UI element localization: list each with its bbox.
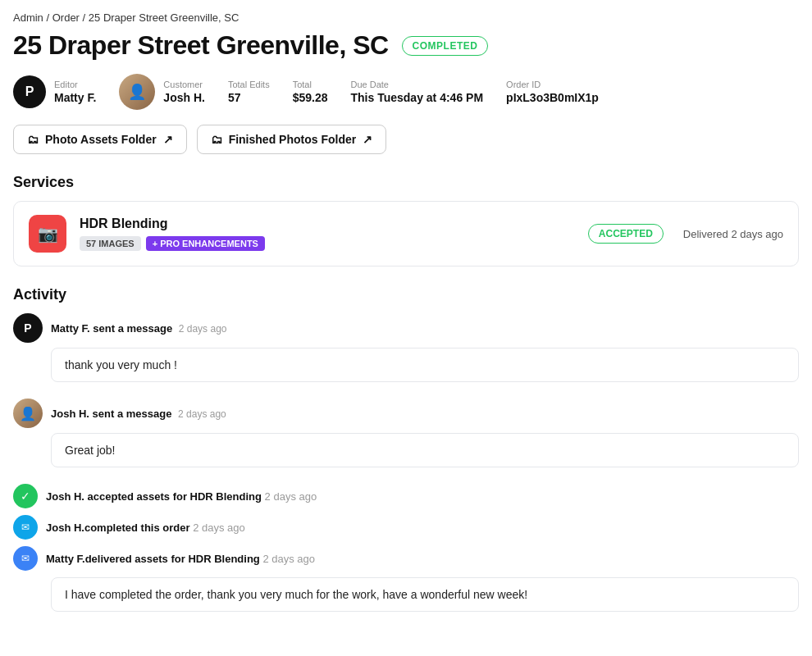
due-date-value: This Tuesday at 4:46 PM xyxy=(351,91,484,104)
matty-avatar: P xyxy=(13,313,43,343)
customer-block: 👤 Customer Josh H. xyxy=(119,74,205,110)
breadcrumb-admin[interactable]: Admin xyxy=(13,11,43,24)
status-badge: COMPLETED xyxy=(402,36,489,56)
folder-icon-2: 🗂 xyxy=(211,133,222,146)
service-status: ACCEPTED Delivered 2 days ago xyxy=(588,224,783,244)
message-box-1: thank you very much ! xyxy=(51,348,799,382)
editor-info: Editor Matty F. xyxy=(54,80,96,104)
total-edits-value: 57 xyxy=(228,91,270,104)
activity-title: Activity xyxy=(13,286,799,303)
meta-row: P Editor Matty F. 👤 Customer Josh H. Tot… xyxy=(13,74,799,110)
event-label-1: Josh H. accepted assets for HDR Blending xyxy=(46,490,262,503)
sender-1: Matty F. xyxy=(51,322,90,335)
camera-icon: 📷 xyxy=(38,224,58,244)
last-message-box: I have completed the order, thank you ve… xyxy=(51,577,799,612)
finished-photos-folder-button[interactable]: 🗂 Finished Photos Folder ↗ xyxy=(197,125,387,154)
folder-icon: 🗂 xyxy=(27,133,39,146)
photo-assets-folder-label: Photo Assets Folder xyxy=(45,133,157,146)
event-label-2: Josh H.completed this order xyxy=(46,522,190,534)
service-card: 📷 HDR Blending 57 IMAGES + PRO ENHANCEME… xyxy=(13,201,799,266)
customer-name: Josh H. xyxy=(163,91,205,104)
delivered-icon: ✉ xyxy=(13,546,38,571)
total-edits-label: Total Edits xyxy=(228,80,270,89)
customer-info: Customer Josh H. xyxy=(163,80,205,104)
total-label: Total xyxy=(293,80,328,89)
order-id-value: pIxL3o3B0mIX1p xyxy=(506,91,599,104)
activity-header-2: 👤 Josh H. sent a message 2 days ago xyxy=(13,399,799,428)
activity-event-1: ✓ Josh H. accepted assets for HDR Blendi… xyxy=(13,484,799,508)
activity-event-2: ✉ Josh H.completed this order 2 days ago xyxy=(13,515,799,540)
editor-name: Matty F. xyxy=(54,91,96,104)
pro-badge: + PRO ENHANCEMENTS xyxy=(146,236,265,251)
activity-section: Activity P Matty F. sent a message 2 day… xyxy=(13,286,799,612)
delivered-text: Delivered 2 days ago xyxy=(683,228,783,240)
service-info: HDR Blending 57 IMAGES + PRO ENHANCEMENT… xyxy=(80,216,575,251)
service-icon-box: 📷 xyxy=(29,215,66,253)
accepted-badge: ACCEPTED xyxy=(588,224,664,244)
event-text-1: Josh H. accepted assets for HDR Blending… xyxy=(46,490,317,503)
images-badge: 57 IMAGES xyxy=(80,236,141,251)
due-date-label: Due Date xyxy=(351,80,484,89)
external-link-icon: ↗ xyxy=(163,133,173,146)
activity-meta-1: Matty F. sent a message 2 days ago xyxy=(51,322,226,335)
editor-label: Editor xyxy=(54,80,96,89)
completed-icon: ✉ xyxy=(13,515,38,540)
event-time-3: 2 days ago xyxy=(262,553,315,565)
activity-item-2: 👤 Josh H. sent a message 2 days ago Grea… xyxy=(13,399,799,476)
time-1: 2 days ago xyxy=(179,323,227,335)
customer-label: Customer xyxy=(163,80,205,89)
action-2: sent a message xyxy=(93,408,172,420)
breadcrumb-current: 25 Draper Street Greenville, SC xyxy=(89,11,239,24)
finished-photos-folder-label: Finished Photos Folder xyxy=(229,133,357,146)
josh-avatar: 👤 xyxy=(13,399,43,428)
service-badges: 57 IMAGES + PRO ENHANCEMENTS xyxy=(80,236,575,251)
external-link-icon-2: ↗ xyxy=(363,133,372,146)
activity-event-3: ✉ Matty F.delivered assets for HDR Blend… xyxy=(13,546,799,571)
page-title: 25 Draper Street Greenville, SC xyxy=(13,30,389,61)
event-text-2: Josh H.completed this order 2 days ago xyxy=(46,522,245,534)
due-date-block: Due Date This Tuesday at 4:46 PM xyxy=(351,80,484,104)
total-block: Total $59.28 xyxy=(293,80,328,104)
editor-block: P Editor Matty F. xyxy=(13,75,96,108)
message-box-2: Great job! xyxy=(51,433,799,467)
order-id-label: Order ID xyxy=(506,80,599,89)
event-label-3: Matty F.delivered assets for HDR Blendin… xyxy=(46,553,260,565)
accepted-icon: ✓ xyxy=(13,484,38,508)
total-edits-block: Total Edits 57 xyxy=(228,80,270,104)
customer-avatar: 👤 xyxy=(119,74,155,110)
order-id-block: Order ID pIxL3o3B0mIX1p xyxy=(506,80,599,104)
breadcrumb: Admin / Order / 25 Draper Street Greenvi… xyxy=(13,11,799,24)
service-name: HDR Blending xyxy=(80,216,575,231)
sender-2: Josh H. xyxy=(51,408,89,420)
activity-header-1: P Matty F. sent a message 2 days ago xyxy=(13,313,799,343)
event-text-3: Matty F.delivered assets for HDR Blendin… xyxy=(46,553,315,565)
action-1: sent a message xyxy=(93,322,172,335)
breadcrumb-order[interactable]: Order xyxy=(52,11,80,24)
activity-meta-2: Josh H. sent a message 2 days ago xyxy=(51,408,226,420)
event-time-1: 2 days ago xyxy=(265,490,317,503)
folder-row: 🗂 Photo Assets Folder ↗ 🗂 Finished Photo… xyxy=(13,125,799,154)
time-2: 2 days ago xyxy=(178,408,226,420)
total-value: $59.28 xyxy=(293,91,328,104)
services-section: Services 📷 HDR Blending 57 IMAGES + PRO … xyxy=(13,174,799,266)
editor-avatar: P xyxy=(13,75,46,108)
event-time-2: 2 days ago xyxy=(193,522,245,534)
activity-item-1: P Matty F. sent a message 2 days ago tha… xyxy=(13,313,799,390)
services-title: Services xyxy=(13,174,799,191)
photo-assets-folder-button[interactable]: 🗂 Photo Assets Folder ↗ xyxy=(13,125,187,154)
title-row: 25 Draper Street Greenville, SC COMPLETE… xyxy=(13,30,799,61)
